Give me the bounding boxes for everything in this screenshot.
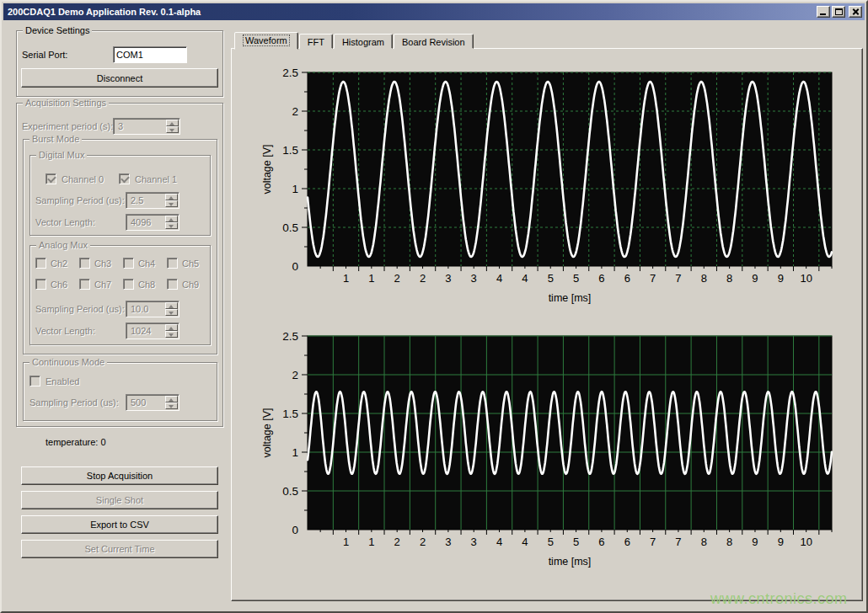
experiment-period-value: 3	[118, 121, 123, 131]
watermark: www.cntronics.com	[710, 590, 848, 608]
svg-text:7: 7	[650, 272, 656, 285]
svg-text:1: 1	[368, 536, 374, 548]
digital-sampling-period-value: 2.5	[131, 195, 143, 205]
svg-text:2: 2	[420, 536, 426, 548]
close-button[interactable]	[849, 6, 862, 18]
ch9-label: Ch9	[182, 280, 199, 290]
ch7-checkbox	[79, 279, 90, 290]
device-settings-title: Device Settings	[23, 25, 92, 35]
svg-text:8: 8	[726, 272, 732, 285]
continuous-mode-title: Continuous Mode	[29, 357, 107, 367]
tab-board-revision[interactable]: Board Revision	[394, 34, 474, 49]
spin-up-icon	[166, 120, 179, 126]
spin-down-icon	[166, 126, 179, 133]
svg-text:0: 0	[292, 524, 298, 536]
tab-histogram-label: Histogram	[342, 37, 384, 47]
spin-up-icon	[165, 324, 178, 331]
channel1-label: Channel 1	[135, 174, 177, 184]
burst-mode-title: Burst Mode	[29, 134, 82, 144]
svg-text:1: 1	[368, 272, 374, 285]
digital-mux-title: Digital Mux	[36, 150, 87, 160]
svg-text:4: 4	[522, 536, 528, 548]
disconnect-button[interactable]: Disconnect	[21, 68, 218, 88]
serial-port-input[interactable]	[113, 46, 187, 63]
analog-vector-length-spinner: 1024	[126, 322, 179, 339]
titlebar[interactable]: 200CDAQ1 Demo Application Rev. 0.1-alpha	[3, 3, 865, 20]
ch6-checkbox	[35, 279, 46, 290]
stop-acquisition-button[interactable]: Stop Acquisition	[21, 466, 218, 485]
set-current-time-button: Set Current Time	[21, 540, 218, 558]
tab-waveform[interactable]: Waveform	[234, 32, 298, 50]
ch8-checkbox	[123, 279, 134, 290]
svg-text:9: 9	[752, 272, 758, 285]
channel0-checkbox	[46, 173, 56, 184]
export-to-csv-button[interactable]: Export to CSV	[21, 515, 218, 534]
svg-text:1: 1	[292, 183, 298, 195]
spin-down-icon	[165, 222, 178, 229]
ch8-label: Ch8	[138, 280, 155, 290]
ch5-label: Ch5	[182, 259, 199, 269]
svg-text:5: 5	[548, 272, 554, 285]
spin-up-icon	[165, 302, 178, 309]
digital-vector-length-label: Vector Length:	[35, 217, 95, 227]
digital-vector-length-value: 4096	[131, 217, 151, 227]
svg-text:8: 8	[701, 536, 707, 548]
svg-text:8: 8	[701, 272, 707, 285]
tab-histogram[interactable]: Histogram	[334, 34, 393, 49]
svg-text:7: 7	[675, 536, 681, 548]
continuous-sampling-period-label: Sampling Period (us):	[29, 397, 119, 408]
experiment-period-label: Experiment period (s):	[22, 121, 113, 131]
svg-text:3: 3	[445, 536, 451, 548]
svg-text:0.5: 0.5	[282, 221, 298, 234]
svg-text:7: 7	[650, 536, 656, 548]
ch5-checkbox	[167, 258, 178, 269]
waveform-chart-bottom: 1122334455667788991000.511.522.5time [ms…	[250, 324, 840, 577]
svg-text:2: 2	[420, 272, 426, 285]
analog-vector-length-value: 1024	[131, 326, 151, 336]
waveform-chart-top: 1122334455667788991000.511.522.5time [ms…	[250, 61, 840, 313]
minimize-icon	[820, 13, 826, 15]
analog-mux-title: Analog Mux	[36, 240, 90, 250]
svg-text:1: 1	[343, 272, 349, 285]
single-shot-button: Single Shot	[21, 491, 218, 509]
analog-sampling-period-spinner: 10.0	[126, 301, 179, 317]
acquisition-settings-title: Acquisition Settings	[23, 98, 109, 108]
svg-text:6: 6	[624, 272, 630, 285]
svg-text:2: 2	[394, 536, 400, 548]
tab-fft[interactable]: FFT	[299, 34, 333, 49]
svg-text:time [ms]: time [ms]	[549, 292, 592, 304]
ch6-label: Ch6	[51, 280, 67, 290]
ch3-checkbox	[79, 258, 90, 269]
maximize-icon	[835, 8, 843, 15]
continuous-enabled-label: Enabled	[46, 376, 79, 386]
ch4-checkbox	[123, 258, 134, 269]
spin-down-icon	[165, 331, 178, 338]
ch4-label: Ch4	[138, 259, 155, 269]
svg-text:9: 9	[752, 536, 758, 548]
svg-text:2: 2	[292, 369, 298, 381]
window-title: 200CDAQ1 Demo Application Rev. 0.1-alpha	[3, 7, 201, 17]
window-controls	[817, 6, 862, 18]
temperature-readout: temperature: 0	[46, 437, 106, 447]
tab-strip: Waveform FFT Histogram Board Revision	[234, 32, 474, 49]
tab-fft-label: FFT	[308, 37, 324, 47]
maximize-button[interactable]	[832, 6, 845, 18]
svg-text:1: 1	[343, 536, 349, 548]
svg-text:0: 0	[292, 260, 298, 273]
svg-text:5: 5	[573, 536, 579, 548]
svg-text:voltage [V]: voltage [V]	[261, 144, 273, 194]
analog-vector-length-label: Vector Length:	[35, 326, 95, 336]
svg-text:4: 4	[522, 272, 528, 285]
svg-text:1: 1	[292, 446, 298, 459]
continuous-mode-group: Continuous Mode	[23, 362, 217, 421]
minimize-button[interactable]	[817, 6, 830, 18]
analog-sampling-period-label: Sampling Period (us):	[35, 304, 125, 314]
svg-text:3: 3	[445, 272, 451, 285]
serial-port-label: Serial Port:	[22, 50, 67, 60]
spin-down-icon	[165, 200, 178, 207]
spin-down-icon	[165, 402, 178, 409]
svg-text:9: 9	[778, 272, 784, 285]
svg-text:7: 7	[675, 272, 681, 285]
digital-sampling-period-label: Sampling Period (us):	[35, 195, 125, 205]
spin-down-icon	[165, 309, 178, 316]
